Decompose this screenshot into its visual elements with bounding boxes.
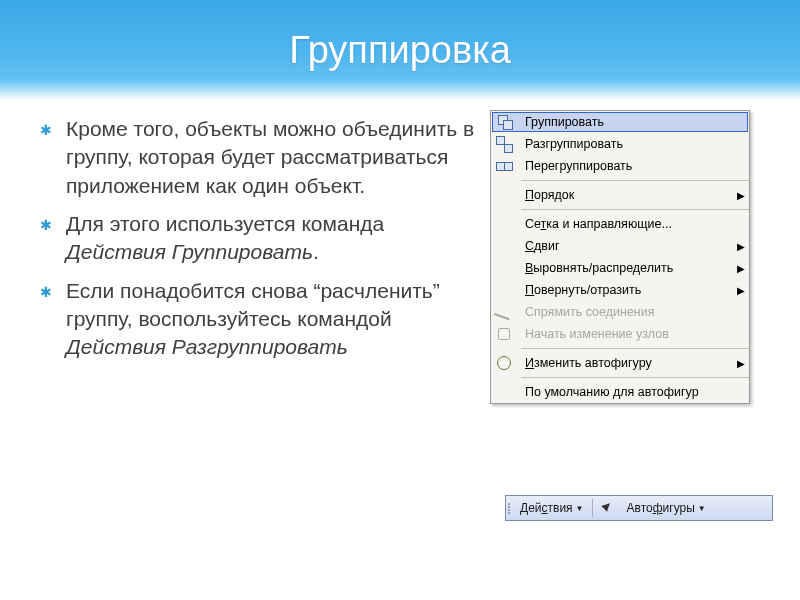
submenu-arrow-icon: ▶ <box>733 241 749 252</box>
bullet-item: ✱ Кроме того, объекты можно объединить в… <box>40 115 480 200</box>
menu-item-nudge[interactable]: Сдвиг ▶ <box>491 235 749 257</box>
toolbar-autoshapes-button[interactable]: Автофигуры ▼ <box>621 497 712 519</box>
bullet-text: Для этого используется команда Действия … <box>66 210 480 267</box>
menu-separator <box>521 377 749 378</box>
menu-item-straighten: Спрямить соединения <box>491 301 749 323</box>
context-menu-screenshot: Группировать Разгруппировать Перегруппир… <box>490 110 770 404</box>
menu-item-regroup[interactable]: Перегруппировать <box>491 155 749 177</box>
toolbar-label: Автофигуры <box>627 501 695 515</box>
bullet-star-icon: ✱ <box>40 283 52 362</box>
group-icon <box>497 114 513 130</box>
menu-label: Спрямить соединения <box>517 305 749 319</box>
change-shape-icon <box>496 355 512 371</box>
dropdown-arrow-icon: ▼ <box>576 504 584 513</box>
bulleted-text: ✱ Кроме того, объекты можно объединить в… <box>40 110 480 404</box>
menu-label: Разгруппировать <box>517 137 749 151</box>
menu-separator <box>521 209 749 210</box>
pointer-icon <box>601 501 615 515</box>
menu-separator <box>521 348 749 349</box>
regroup-icon <box>496 158 512 174</box>
bullet-item: ✱ Для этого используется команда Действи… <box>40 210 480 267</box>
bullet-item: ✱ Если понадобится снова “расчленить” гр… <box>40 277 480 362</box>
toolbar-label: Действия <box>520 501 573 515</box>
drawing-toolbar: Действия ▼ Автофигуры ▼ <box>505 495 773 521</box>
toolbar-grip-icon[interactable] <box>506 496 514 520</box>
menu-item-defaults[interactable]: По умолчанию для автофигур <box>491 381 749 403</box>
menu-separator <box>521 180 749 181</box>
menu-label: По умолчанию для автофигур <box>517 385 749 399</box>
menu-label: Сдвиг <box>517 239 733 253</box>
menu-item-ungroup[interactable]: Разгруппировать <box>491 133 749 155</box>
menu-item-order[interactable]: Порядок ▶ <box>491 184 749 206</box>
menu-item-grid[interactable]: Сетка и направляющие... <box>491 213 749 235</box>
toolbar-select-button[interactable] <box>595 497 621 519</box>
slide-header: Группировка <box>0 0 800 100</box>
edit-points-icon <box>496 326 512 342</box>
menu-item-align[interactable]: Выровнять/распределить ▶ <box>491 257 749 279</box>
bullet-text: Если понадобится снова “расчленить” груп… <box>66 277 480 362</box>
bullet-star-icon: ✱ <box>40 216 52 267</box>
submenu-arrow-icon: ▶ <box>733 263 749 274</box>
dropdown-arrow-icon: ▼ <box>698 504 706 513</box>
bullet-text: Кроме того, объекты можно объединить в г… <box>66 115 480 200</box>
menu-label: Порядок <box>517 188 733 202</box>
menu-item-editpoints: Начать изменение узлов <box>491 323 749 345</box>
ungroup-icon <box>496 136 512 152</box>
menu-item-change-autoshape[interactable]: Изменить автофигуру ▶ <box>491 352 749 374</box>
toolbar-separator <box>592 499 593 517</box>
menu-label: Изменить автофигуру <box>517 356 733 370</box>
submenu-arrow-icon: ▶ <box>733 190 749 201</box>
menu-label: Выровнять/распределить <box>517 261 733 275</box>
bullet-star-icon: ✱ <box>40 121 52 200</box>
toolbar-actions-button[interactable]: Действия ▼ <box>514 497 590 519</box>
menu-item-group[interactable]: Группировать <box>492 112 748 132</box>
slide-body: ✱ Кроме того, объекты можно объединить в… <box>0 100 800 404</box>
menu-label: Начать изменение узлов <box>517 327 749 341</box>
menu-label: Повернуть/отразить <box>517 283 733 297</box>
submenu-arrow-icon: ▶ <box>733 358 749 369</box>
menu-item-rotate[interactable]: Повернуть/отразить ▶ <box>491 279 749 301</box>
actions-context-menu: Группировать Разгруппировать Перегруппир… <box>490 110 750 404</box>
slide-title: Группировка <box>289 29 511 72</box>
straighten-icon <box>494 300 515 321</box>
menu-label: Группировать <box>517 115 747 129</box>
menu-label: Сетка и направляющие... <box>517 217 749 231</box>
menu-label: Перегруппировать <box>517 159 749 173</box>
submenu-arrow-icon: ▶ <box>733 285 749 296</box>
